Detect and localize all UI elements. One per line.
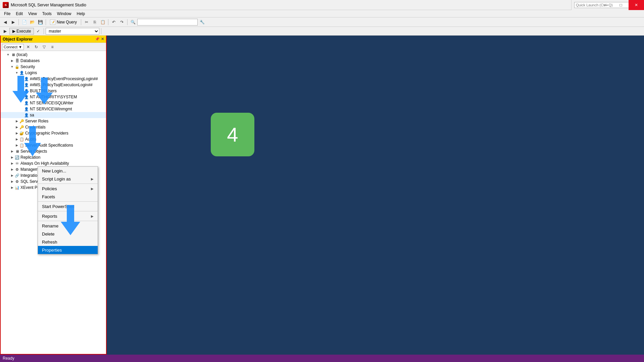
ctx-delete[interactable]: Delete xyxy=(38,230,98,238)
app-title: Microsoft SQL Server Management Studio xyxy=(11,3,86,7)
oe-connect-dropdown[interactable]: Connect ▼ xyxy=(2,44,24,50)
menu-view[interactable]: View xyxy=(26,11,40,17)
tree-node-login4[interactable]: 👤 NT AUTHORITY\SYSTEM xyxy=(1,94,106,100)
copy-button[interactable]: ⎘ xyxy=(91,18,98,26)
maximize-button[interactable]: □ xyxy=(613,0,629,10)
ctx-properties-label: Properties xyxy=(42,248,62,253)
ctx-script-login-label: Script Login as xyxy=(42,176,71,182)
node-label: Always On High Availability xyxy=(20,161,69,166)
search-button[interactable]: 🔍 xyxy=(129,18,137,26)
new-query-button[interactable]: 📝 New Query xyxy=(48,18,79,26)
tree-node-login1[interactable]: 👤 ##MS_PolicyEventProcessingLogin## xyxy=(1,76,106,82)
expand-icon: ▶ xyxy=(15,119,19,123)
tree-node-local[interactable]: ▼ 🖥 (local) xyxy=(1,52,106,58)
execute-button[interactable]: ▶ Execute xyxy=(9,28,34,35)
tree-node-login-sa[interactable]: 👤 sa xyxy=(1,112,106,118)
back-button[interactable]: ◀ xyxy=(1,18,9,26)
ctx-sep4 xyxy=(38,221,98,221)
ctx-properties[interactable]: Properties xyxy=(38,246,98,254)
forward-button[interactable]: ▶ xyxy=(9,18,17,26)
menu-tools[interactable]: Tools xyxy=(40,11,54,17)
new-file-button[interactable]: 📄 xyxy=(20,18,28,26)
oe-filter-button[interactable]: ▽ xyxy=(41,43,48,51)
ctx-refresh[interactable]: Refresh xyxy=(38,238,98,246)
open-file-button[interactable]: 📂 xyxy=(29,18,36,26)
expand-icon: ▶ xyxy=(10,179,14,184)
paste-button[interactable]: 📋 xyxy=(99,18,106,26)
expand-icon xyxy=(19,107,23,111)
ctx-facets-label: Facets xyxy=(42,194,55,199)
tree-node-server-objects[interactable]: ▶ 🖥 Server Objects xyxy=(1,148,106,154)
tree-node-audit-specs[interactable]: ▶ 📋 Server Audit Specifications xyxy=(1,142,106,148)
search-input[interactable] xyxy=(137,19,198,25)
ctx-sep1 xyxy=(38,184,98,184)
ctx-script-login[interactable]: Script Login as ▶ xyxy=(38,175,98,183)
user-icon: 👤 xyxy=(24,76,29,81)
expand-icon: ▶ xyxy=(10,167,14,171)
user-icon: 👤 xyxy=(24,107,29,111)
tools-button[interactable]: 🔧 xyxy=(198,18,206,26)
ctx-new-login-label: New Login... xyxy=(42,168,66,173)
menu-edit[interactable]: Edit xyxy=(13,11,26,17)
oe-more-button[interactable]: ≡ xyxy=(49,43,56,51)
ctx-start-ps[interactable]: Start PowerShell xyxy=(38,202,98,210)
tree-node-login2[interactable]: 👤 ##MS_PolicyTsqlExecutionLogin## xyxy=(1,82,106,88)
toolbar2-btn1[interactable]: ▶ xyxy=(1,28,9,35)
tree-node-login5[interactable]: 👤 NT SERVICE\SQLWriter xyxy=(1,100,106,106)
context-menu: New Login... Script Login as ▶ Policies … xyxy=(38,166,98,254)
tree-node-logins[interactable]: ▼ 👤 Logins xyxy=(1,70,106,76)
tree-node-server-roles[interactable]: ▶ 🔑 Server Roles xyxy=(1,118,106,124)
expand-icon: ▼ xyxy=(15,71,19,75)
check-button[interactable]: ✓ xyxy=(35,28,42,35)
ctx-sep2 xyxy=(38,201,98,202)
node-label: NT AUTHORITY\SYSTEM xyxy=(30,95,77,99)
oe-close-button[interactable]: ✕ xyxy=(101,37,104,41)
ctx-script-arrow: ▶ xyxy=(91,177,94,181)
menu-file[interactable]: File xyxy=(1,11,13,17)
database-dropdown[interactable]: master xyxy=(46,28,99,35)
tree-node-alwayson[interactable]: ▶ ♾ Always On High Availability xyxy=(1,160,106,166)
node-label: Server Roles xyxy=(25,119,48,123)
user-icon: 👤 xyxy=(24,83,29,87)
menu-help[interactable]: Help xyxy=(74,11,88,17)
tree-node-security[interactable]: ▼ 🔒 Security xyxy=(1,64,106,70)
oe-disconnect-button[interactable]: ✕ xyxy=(24,43,32,51)
oe-refresh-button[interactable]: ↻ xyxy=(33,43,40,51)
ctx-facets[interactable]: Facets xyxy=(38,193,98,201)
expand-icon: ▶ xyxy=(15,143,19,147)
ctx-reports[interactable]: Reports ▶ xyxy=(38,212,98,220)
tree-node-login3[interactable]: 👤 BUILTIN\Users xyxy=(1,88,106,94)
separator-t2-2 xyxy=(101,28,101,34)
close-button[interactable]: ✕ xyxy=(629,0,644,10)
expand-icon: ▶ xyxy=(10,155,14,159)
undo-button[interactable]: ↶ xyxy=(110,18,117,26)
ctx-rename[interactable]: Rename xyxy=(38,222,98,230)
minimize-button[interactable]: ─ xyxy=(598,0,613,10)
ctx-refresh-label: Refresh xyxy=(42,240,57,245)
tree-node-replication[interactable]: ▶ 🔄 Replication xyxy=(1,154,106,160)
expand-icon: ▶ xyxy=(15,125,19,129)
tree-node-databases[interactable]: ▶ 🗄 Databases xyxy=(1,58,106,64)
tree-node-login-winmgmt[interactable]: 👤 NT SERVICE\Winmgmt xyxy=(1,106,106,112)
node-label: Server Objects xyxy=(20,149,47,154)
node-label: Security xyxy=(20,64,35,69)
ctx-new-login[interactable]: New Login... xyxy=(38,167,98,175)
ctx-policies[interactable]: Policies ▶ xyxy=(38,185,98,193)
redo-button[interactable]: ↷ xyxy=(118,18,126,26)
ctx-reports-arrow: ▶ xyxy=(91,214,94,218)
tree-node-audits[interactable]: ▶ 📋 Audits xyxy=(1,136,106,142)
separator-5 xyxy=(127,19,128,25)
oe-pin-button[interactable]: 📌 xyxy=(95,37,100,41)
save-button[interactable]: 💾 xyxy=(37,18,44,26)
card-number: 4 xyxy=(227,123,238,146)
ctx-start-ps-label: Start PowerShell xyxy=(42,204,75,209)
extract-button[interactable]: ✂ xyxy=(83,18,90,26)
menu-window[interactable]: Window xyxy=(54,11,74,17)
query-toolbar: ▶ ▶ Execute ✓ master xyxy=(0,27,644,36)
ctx-policies-label: Policies xyxy=(42,186,57,191)
new-query-label: New Query xyxy=(57,20,77,24)
tree-node-credentials[interactable]: ▶ 🔑 Credentials xyxy=(1,124,106,130)
tree-node-crypto[interactable]: ▶ 🔐 Cryptographic Providers xyxy=(1,130,106,136)
mgmt-icon: ⚙ xyxy=(15,167,19,172)
oe-title: Object Explorer xyxy=(3,37,33,42)
